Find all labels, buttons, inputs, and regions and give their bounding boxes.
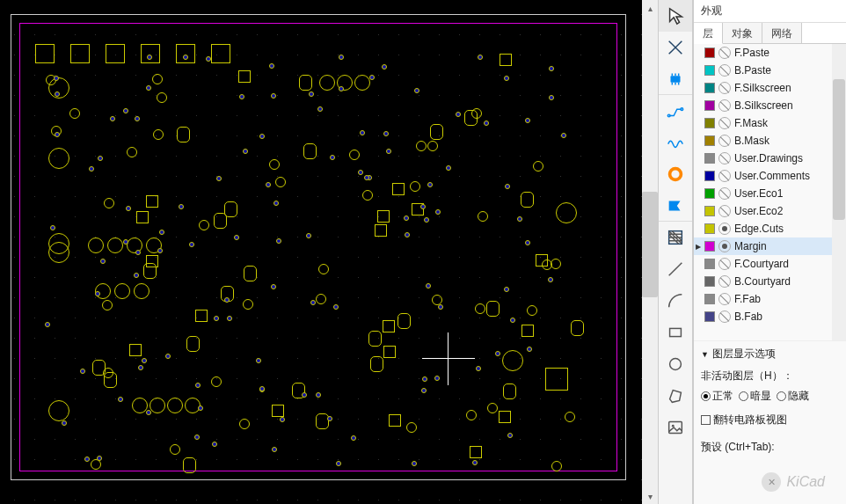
options-header[interactable]: ▼图层显示选项 <box>701 347 839 362</box>
layer-color-swatch[interactable] <box>704 223 715 234</box>
diff-pair-tool[interactable] <box>659 127 692 158</box>
visibility-icon[interactable] <box>718 293 731 305</box>
layer-color-swatch[interactable] <box>704 100 715 111</box>
scroll-up-icon[interactable]: ▴ <box>642 0 658 16</box>
layer-name: F.Mask <box>734 117 768 129</box>
layer-display-options: ▼图层显示选项 非活动图层（H）： 正常暗显隐藏 翻转电路板视图 预设 (Ctr… <box>694 341 846 460</box>
svg-rect-8 <box>669 422 682 434</box>
layer-color-swatch[interactable] <box>704 276 715 287</box>
layer-color-swatch[interactable] <box>704 311 715 322</box>
inactive-layer-radio[interactable]: 暗显 <box>739 389 771 404</box>
layer-row[interactable]: B.Silkscreen <box>694 97 846 114</box>
visibility-icon[interactable] <box>718 170 731 182</box>
layer-name: User.Eco1 <box>734 187 783 200</box>
layer-name: B.Paste <box>734 64 771 77</box>
flip-board-checkbox[interactable]: 翻转电路板视图 <box>701 413 787 427</box>
visibility-icon[interactable] <box>718 223 731 235</box>
circle-tool[interactable] <box>659 348 692 380</box>
inactive-layer-radio[interactable]: 隐藏 <box>777 389 809 404</box>
visibility-icon[interactable] <box>718 47 731 59</box>
svg-text:Z: Z <box>673 201 677 209</box>
tab-net[interactable]: 网络 <box>762 23 802 43</box>
inactive-layer-radio[interactable]: 正常 <box>701 389 733 404</box>
layer-name: User.Comments <box>734 170 810 182</box>
layer-name: F.Paste <box>734 47 769 59</box>
layer-color-swatch[interactable] <box>704 188 715 199</box>
layer-name: F.Silkscreen <box>734 82 791 94</box>
layer-row[interactable]: Margin <box>694 237 846 255</box>
visibility-icon[interactable] <box>718 82 731 94</box>
layer-row[interactable]: F.Silkscreen <box>694 79 846 97</box>
via-tool[interactable] <box>659 158 692 190</box>
footprint-tool[interactable] <box>659 63 692 95</box>
visibility-icon[interactable] <box>718 275 731 288</box>
visibility-icon[interactable] <box>718 310 731 323</box>
collapse-icon: ▼ <box>701 350 709 359</box>
zone-tool[interactable]: Z <box>659 190 692 222</box>
svg-point-3 <box>670 169 682 180</box>
rect-tool[interactable] <box>659 317 692 348</box>
layer-list[interactable]: F.PasteB.PasteF.SilkscreenB.SilkscreenF.… <box>694 44 846 341</box>
arc-tool[interactable] <box>659 285 692 317</box>
layer-color-swatch[interactable] <box>704 241 715 252</box>
layer-row[interactable]: User.Eco2 <box>694 202 846 220</box>
layer-color-swatch[interactable] <box>704 135 715 146</box>
select-tool[interactable] <box>659 0 692 32</box>
layer-row[interactable]: Edge.Cuts <box>694 220 846 237</box>
layer-row[interactable]: B.Courtyard <box>694 273 846 290</box>
pcb-canvas[interactable]: ▴ ▾ <box>0 0 642 504</box>
layer-name: Edge.Cuts <box>734 223 784 235</box>
scroll-down-icon[interactable]: ▾ <box>642 488 658 504</box>
layer-row[interactable]: User.Drawings <box>694 150 846 167</box>
layer-row[interactable]: F.Mask <box>694 114 846 132</box>
visibility-icon[interactable] <box>718 240 731 252</box>
layer-color-swatch[interactable] <box>704 259 715 269</box>
layer-scrollbar[interactable] <box>832 44 846 340</box>
layer-color-swatch[interactable] <box>704 118 715 128</box>
layer-name: B.Courtyard <box>734 275 791 288</box>
layer-row[interactable]: User.Eco1 <box>694 185 846 202</box>
visibility-icon[interactable] <box>718 117 731 129</box>
layer-row[interactable]: F.Courtyard <box>694 255 846 273</box>
layer-color-swatch[interactable] <box>704 47 715 58</box>
layer-color-swatch[interactable] <box>704 171 715 181</box>
layer-row[interactable]: B.Fab <box>694 308 846 325</box>
hatch-tool[interactable] <box>659 222 692 253</box>
layer-row[interactable]: B.Paste <box>694 62 846 79</box>
layer-row[interactable]: F.Paste <box>694 44 846 62</box>
layer-row[interactable]: F.Fab <box>694 290 846 308</box>
layer-name: B.Silkscreen <box>734 99 793 112</box>
layer-name: Margin <box>734 240 767 252</box>
layer-color-swatch[interactable] <box>704 294 715 304</box>
image-tool[interactable] <box>659 412 692 443</box>
layer-name: B.Fab <box>734 310 762 323</box>
cursor-crosshair <box>422 332 475 385</box>
svg-point-7 <box>670 359 682 370</box>
panel-title: 外观 <box>694 0 846 23</box>
layer-name: User.Drawings <box>734 152 803 164</box>
inactive-layers-label: 非活动图层（H）： <box>701 369 839 383</box>
canvas-scrollbar-vertical[interactable]: ▴ ▾ <box>642 0 658 504</box>
poly-tool[interactable] <box>659 380 692 412</box>
measure-tool[interactable] <box>659 32 692 63</box>
panel-tabs: 层对象网络 <box>694 23 846 44</box>
layer-row[interactable]: User.Comments <box>694 167 846 185</box>
line-tool[interactable] <box>659 253 692 285</box>
layer-color-swatch[interactable] <box>704 206 715 216</box>
visibility-icon[interactable] <box>718 205 731 217</box>
tools-toolbar: Z <box>658 0 693 504</box>
visibility-icon[interactable] <box>718 64 731 77</box>
visibility-icon[interactable] <box>718 258 731 270</box>
visibility-icon[interactable] <box>718 99 731 112</box>
tab-object[interactable]: 对象 <box>723 23 762 43</box>
tab-layer[interactable]: 层 <box>694 23 723 44</box>
route-tool[interactable] <box>659 95 692 127</box>
visibility-icon[interactable] <box>718 135 731 147</box>
visibility-icon[interactable] <box>718 152 731 164</box>
layer-color-swatch[interactable] <box>704 83 715 93</box>
svg-rect-6 <box>670 328 682 336</box>
layer-row[interactable]: B.Mask <box>694 132 846 150</box>
layer-color-swatch[interactable] <box>704 153 715 164</box>
visibility-icon[interactable] <box>718 187 731 200</box>
layer-color-swatch[interactable] <box>704 65 715 76</box>
